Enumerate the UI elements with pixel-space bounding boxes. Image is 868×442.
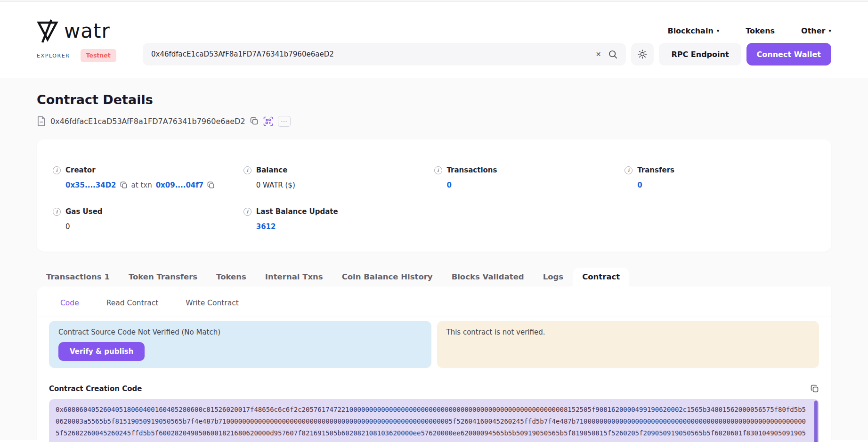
tab-transactions[interactable]: Transactions 1: [37, 268, 119, 286]
info-icon[interactable]: i: [243, 166, 251, 174]
last-balance-update-link[interactable]: 3612: [256, 222, 276, 231]
nav-other[interactable]: Other ▾: [801, 26, 831, 35]
clear-search-icon[interactable]: ✕: [596, 51, 601, 57]
nav-tokens[interactable]: Tokens: [746, 26, 775, 35]
transactions-count-link[interactable]: 0: [447, 181, 452, 189]
explorer-label: EXPLORER: [37, 53, 70, 59]
sun-icon: [637, 49, 648, 59]
address-more-button[interactable]: ...: [278, 116, 291, 127]
chevron-down-icon: ▾: [828, 28, 831, 33]
brand-block[interactable]: watr EXPLORER Testnet: [37, 2, 143, 62]
not-verified-notice: This contract is not verified.: [446, 327, 810, 337]
overview-transfers: i Transfers 0: [625, 165, 815, 190]
connect-wallet-button[interactable]: Connect Wallet: [746, 43, 831, 65]
header: watr EXPLORER Testnet Blockchain ▾ Token…: [0, 2, 868, 78]
contract-overview-card: i Creator 0x35....34D2 at txn 0x09....04…: [37, 139, 831, 252]
document-icon: [37, 116, 46, 126]
chevron-down-icon: ▾: [717, 28, 720, 33]
at-txn-label: at txn: [131, 181, 152, 189]
rpc-endpoint-button[interactable]: RPC Endpoint: [659, 43, 741, 65]
creation-code-title: Contract Creation Code: [49, 385, 142, 393]
copy-creation-code-icon[interactable]: [811, 385, 819, 393]
main-content: Contract Details 0x46fdfacE1caD53AfF8a1F…: [0, 78, 868, 440]
creation-code-hex: 0x60806040526040518060400160405280600c81…: [56, 404, 808, 442]
subtab-write-contract[interactable]: Write Contract: [186, 299, 239, 307]
code-scrollbar-thumb[interactable]: [814, 401, 818, 442]
search-icon[interactable]: [608, 50, 617, 59]
info-icon[interactable]: i: [243, 208, 251, 216]
search-bar: ✕: [143, 43, 626, 65]
top-nav: Blockchain ▾ Tokens Other ▾: [143, 25, 831, 36]
contract-address: 0x46fdfacE1caD53AfF8a1FD7A76341b7960e6ae…: [50, 117, 245, 126]
balance-value: 0 WATR ($): [256, 181, 295, 189]
search-input[interactable]: [151, 50, 588, 58]
contract-subtabs: Code Read Contract Write Contract: [37, 286, 831, 317]
network-badge[interactable]: Testnet: [81, 49, 116, 62]
creation-code-box: 0x60806040526040518060400160405280600c81…: [49, 399, 819, 442]
tab-blocks-validated[interactable]: Blocks Validated: [442, 268, 534, 286]
copy-tx-icon[interactable]: [207, 181, 215, 189]
tab-logs[interactable]: Logs: [534, 268, 573, 286]
info-icon[interactable]: i: [434, 166, 442, 174]
tab-contract[interactable]: Contract: [573, 268, 629, 286]
contract-address-row: 0x46fdfacE1caD53AfF8a1FD7A76341b7960e6ae…: [37, 115, 831, 127]
qr-code-icon[interactable]: [263, 116, 273, 126]
creation-tx-link[interactable]: 0x09....04f7: [156, 181, 204, 189]
transfers-count-link[interactable]: 0: [637, 181, 642, 189]
watr-logo-icon: [37, 19, 58, 43]
tab-internal-txns[interactable]: Internal Txns: [256, 268, 333, 286]
overview-creator: i Creator 0x35....34D2 at txn 0x09....04…: [53, 165, 243, 190]
info-icon[interactable]: i: [625, 166, 633, 174]
not-verified-status: Contract Source Code Not Verified (No Ma…: [58, 327, 422, 337]
info-icon[interactable]: i: [53, 166, 61, 174]
tab-tokens[interactable]: Tokens: [207, 268, 256, 286]
tab-coin-balance-history[interactable]: Coin Balance History: [333, 268, 442, 286]
verification-notice-panel: This contract is not verified.: [437, 321, 819, 368]
info-icon[interactable]: i: [53, 208, 61, 216]
detail-tabs: Transactions 1 Token Transfers Tokens In…: [37, 268, 831, 286]
nav-blockchain[interactable]: Blockchain ▾: [667, 26, 719, 35]
contract-tab-panel: Code Read Contract Write Contract Contra…: [37, 286, 831, 442]
subtab-read-contract[interactable]: Read Contract: [106, 299, 159, 307]
overview-gas-used: i Gas Used 0: [53, 207, 243, 231]
copy-address-icon[interactable]: [250, 117, 259, 125]
gas-used-value: 0: [65, 222, 70, 231]
tab-token-transfers[interactable]: Token Transfers: [119, 268, 207, 286]
verify-panel: Contract Source Code Not Verified (No Ma…: [49, 321, 431, 368]
overview-transactions: i Transactions 0: [434, 165, 625, 190]
overview-last-balance-update: i Last Balance Update 3612: [243, 207, 434, 231]
creator-address-link[interactable]: 0x35....34D2: [65, 181, 116, 189]
theme-toggle-button[interactable]: [631, 43, 654, 65]
logo-text: watr: [64, 21, 110, 41]
copy-creator-icon[interactable]: [120, 181, 128, 189]
page-title: Contract Details: [37, 78, 831, 107]
verify-publish-button[interactable]: Verify & publish: [58, 342, 145, 361]
creation-code-section: Contract Creation Code 0x608060405260405…: [49, 384, 819, 442]
overview-balance: i Balance 0 WATR ($): [243, 165, 434, 190]
subtab-code[interactable]: Code: [60, 299, 79, 307]
